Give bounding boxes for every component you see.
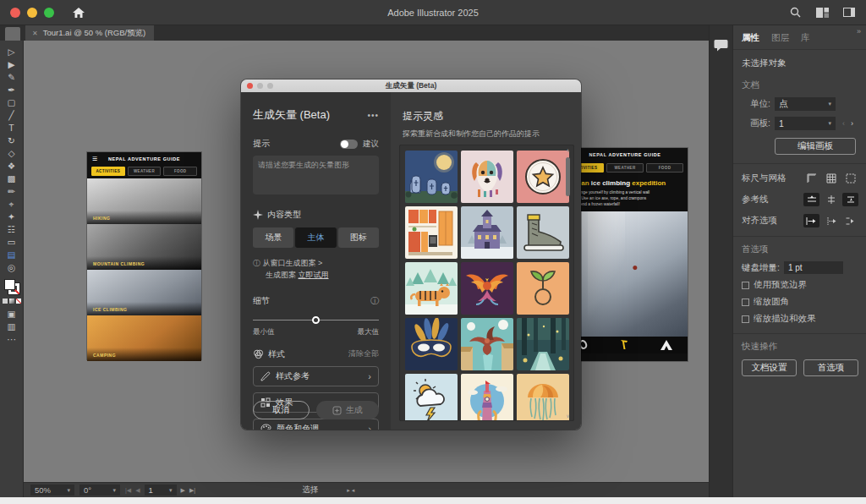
gradient-tool[interactable]: ▩: [3, 173, 20, 184]
preferences-button[interactable]: 首选项: [803, 359, 858, 376]
artboard-number-select[interactable]: 1▾: [145, 485, 177, 496]
slider-knob[interactable]: [312, 316, 320, 324]
type-button-icon[interactable]: 图标: [338, 227, 379, 248]
line-tool[interactable]: ╱: [3, 109, 20, 121]
draw-mode-button[interactable]: ▣: [3, 308, 20, 320]
blend-tool[interactable]: ☷: [3, 223, 20, 235]
more-options-icon[interactable]: •••: [367, 111, 379, 120]
pixel-grid-icon[interactable]: [842, 172, 858, 185]
lock-guides-icon[interactable]: [823, 193, 839, 206]
rectangle-tool[interactable]: ▢: [3, 96, 20, 108]
workspace-switcher-icon[interactable]: [815, 6, 829, 19]
prompt-input[interactable]: [253, 156, 379, 194]
prev-artboard-icon[interactable]: ◀: [135, 487, 140, 494]
selection-tool[interactable]: ▷: [3, 46, 20, 58]
inspiration-thumb-watercolor-dog[interactable]: [461, 151, 513, 203]
shape-tool[interactable]: ◇: [3, 147, 20, 159]
panel-toggle-icon[interactable]: [842, 6, 856, 19]
artboard-activities-list[interactable]: ☰ NEPAL ADVENTURE GUIDE ACTIVITIES WEATH…: [87, 152, 201, 359]
rotation-select[interactable]: 0°▾: [79, 485, 120, 496]
none-button[interactable]: [16, 299, 21, 304]
rulers-icon[interactable]: [803, 172, 819, 185]
shape-builder-tool[interactable]: ❖: [3, 160, 20, 172]
edit-artboards-button[interactable]: 编辑画板: [775, 138, 856, 155]
checkbox-scale-corners[interactable]: 缩放圆角: [742, 296, 858, 308]
inspiration-thumb-dragon-canyon[interactable]: [461, 318, 513, 370]
scroll-down-icon[interactable]: ∨: [565, 413, 571, 419]
scroll-up-icon[interactable]: ∧: [565, 147, 571, 153]
checkbox-scale-strokes-effects[interactable]: 缩放描边和效果: [742, 313, 858, 325]
type-button-subject[interactable]: 主体: [295, 227, 336, 248]
pen-tool[interactable]: ✒: [3, 84, 20, 96]
inspiration-thumb-winter-mansion[interactable]: [461, 206, 513, 259]
inspiration-thumb-star-badge[interactable]: [517, 151, 569, 203]
comments-icon[interactable]: [714, 39, 728, 52]
inspiration-thumb-retro-kitchen[interactable]: [405, 206, 458, 259]
detail-slider[interactable]: [253, 316, 379, 324]
graph-tool[interactable]: ▤: [3, 249, 20, 260]
suggestions-toggle[interactable]: [340, 140, 358, 149]
inspiration-thumb-feather-mask[interactable]: [405, 318, 458, 370]
close-tab-icon[interactable]: ✕: [32, 30, 38, 37]
artboard-tool[interactable]: ▭: [3, 236, 20, 248]
color-button[interactable]: [3, 299, 8, 304]
tools-panel-tab[interactable]: [5, 27, 20, 41]
detail-info-icon[interactable]: ⓘ: [370, 295, 379, 307]
dialog-titlebar[interactable]: 生成矢量 (Beta): [241, 79, 581, 92]
unit-select[interactable]: 点▾: [775, 97, 836, 111]
next-artboard-icon[interactable]: ▶: [181, 487, 185, 494]
inspiration-thumb-graveyard-night[interactable]: [405, 151, 458, 203]
document-tab[interactable]: ✕ Tour1.ai @ 50 % (RGB/预览): [25, 25, 154, 41]
direct-selection-tool[interactable]: ▶: [3, 58, 20, 70]
tab-properties[interactable]: 属性: [742, 32, 759, 44]
pencil-tool[interactable]: ✏: [3, 185, 20, 197]
snap-to-grid-icon[interactable]: [803, 214, 819, 227]
brush-tool[interactable]: ✦: [3, 211, 20, 222]
eyedropper-tool[interactable]: ⌖: [3, 198, 20, 210]
show-guides-icon[interactable]: [803, 193, 819, 206]
status-collapse-icons[interactable]: ▸ ◂: [347, 487, 354, 494]
inspiration-thumb-phoenix[interactable]: [461, 262, 513, 315]
more-tools[interactable]: ⋯: [3, 333, 20, 345]
fill-swatch[interactable]: [4, 279, 15, 290]
artboard-ice-climbing-detail[interactable]: NEPAL ADVENTURE GUIDE ACTIVITIES WEATHER…: [562, 148, 688, 361]
screen-mode-button[interactable]: ▥: [3, 320, 20, 332]
style-reference-row[interactable]: 样式参考 ›: [253, 366, 379, 386]
inspiration-thumb-storm-cloud-icon[interactable]: [405, 374, 458, 421]
last-artboard-icon[interactable]: ▶|: [189, 487, 195, 494]
zoom-level-select[interactable]: 50%▾: [30, 485, 74, 496]
color-tone-row[interactable]: 颜色和色调 ›: [253, 419, 379, 430]
cancel-button[interactable]: 取消: [253, 401, 310, 419]
curvature-tool[interactable]: ✎: [3, 71, 20, 83]
zoom-tool[interactable]: ◎: [3, 261, 20, 273]
first-artboard-icon[interactable]: |◀: [125, 487, 131, 494]
generate-button[interactable]: 生成: [316, 401, 379, 419]
search-icon[interactable]: [788, 6, 802, 19]
gradient-button[interactable]: [9, 299, 14, 304]
rotate-tool[interactable]: ↻: [3, 134, 20, 146]
tab-layers[interactable]: 图层: [771, 32, 789, 44]
snap-to-point-icon[interactable]: [842, 214, 858, 227]
inspiration-scrollbar[interactable]: ∧ ∨: [565, 149, 571, 417]
tab-libraries[interactable]: 库: [801, 32, 810, 44]
type-tool[interactable]: T: [3, 122, 20, 134]
next-artboard-button[interactable]: ›: [851, 119, 853, 128]
inspiration-thumb-fantasy-tower[interactable]: [461, 374, 513, 421]
inspiration-thumb-night-forest-stream[interactable]: [517, 318, 569, 370]
try-now-link[interactable]: 立即试用: [299, 271, 329, 279]
prev-artboard-button[interactable]: ‹: [842, 119, 845, 128]
inspiration-thumb-tiger-forest[interactable]: [405, 262, 458, 315]
snap-to-pixel-icon[interactable]: [823, 214, 839, 227]
smart-guides-icon[interactable]: [842, 193, 858, 206]
inspiration-thumb-sprout-icon[interactable]: [517, 262, 569, 315]
keyboard-increment-input[interactable]: [784, 261, 843, 274]
document-setup-button[interactable]: 文档设置: [742, 359, 797, 376]
grid-icon[interactable]: [823, 172, 839, 185]
scrollbar-thumb[interactable]: [566, 157, 570, 196]
checkbox-preview-bounds[interactable]: 使用预览边界: [742, 279, 858, 291]
inspiration-thumb-jellyfish[interactable]: [517, 374, 569, 421]
clear-all-button[interactable]: 清除全部: [348, 348, 379, 359]
artboard-select[interactable]: 1▾: [775, 117, 836, 130]
inspiration-thumb-hiking-boot[interactable]: [517, 206, 569, 259]
type-button-scene[interactable]: 场景: [253, 227, 293, 248]
